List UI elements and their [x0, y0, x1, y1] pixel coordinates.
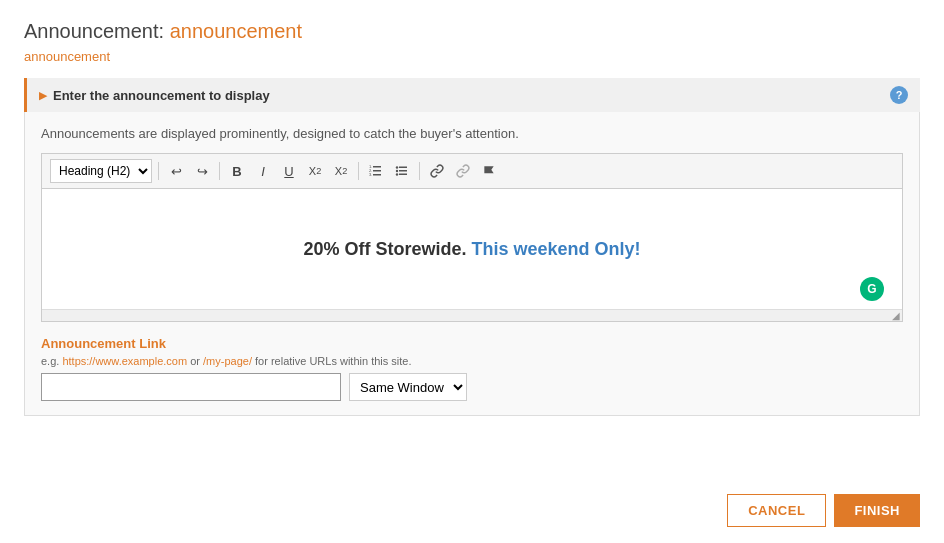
editor-toolbar: Heading (H2) Paragraph Heading (H1) Head… [42, 154, 902, 189]
breadcrumb-link[interactable]: announcement [24, 49, 110, 64]
section-body: Announcements are displayed prominently,… [24, 112, 920, 416]
svg-text:3.: 3. [369, 172, 372, 177]
svg-point-8 [396, 170, 398, 172]
undo-button[interactable]: ↩ [165, 160, 187, 182]
link-row: Same Window New Window [41, 373, 903, 401]
page-title-dynamic: announcement [170, 20, 302, 42]
link-section: Announcement Link e.g. https://www.examp… [41, 336, 903, 401]
help-icon[interactable]: ? [890, 86, 908, 104]
superscript-button[interactable]: X2 [330, 160, 352, 182]
grammarly-button[interactable]: G [860, 277, 884, 301]
editor-resize-handle[interactable]: ◢ [42, 309, 902, 321]
toolbar-divider-4 [419, 162, 420, 180]
flag-button[interactable] [478, 160, 500, 182]
remove-link-button[interactable] [452, 160, 474, 182]
svg-rect-2 [373, 174, 381, 176]
toolbar-divider-1 [158, 162, 159, 180]
svg-rect-1 [373, 170, 381, 172]
subscript-button[interactable]: X2 [304, 160, 326, 182]
svg-rect-7 [399, 167, 407, 169]
page-title: Announcement: announcement [24, 20, 920, 43]
svg-rect-11 [399, 174, 407, 176]
toolbar-divider-3 [358, 162, 359, 180]
redo-button[interactable]: ↪ [191, 160, 213, 182]
finish-button[interactable]: FINISH [834, 494, 920, 527]
editor-text: 20% Off Storewide. This weekend Only! [303, 239, 640, 260]
insert-link-button[interactable] [426, 160, 448, 182]
info-text: Announcements are displayed prominently,… [41, 126, 903, 141]
section-header: ▶ Enter the announcement to display ? [24, 78, 920, 112]
editor-text-blue: This weekend Only! [472, 239, 641, 259]
section-header-left: ▶ Enter the announcement to display [39, 88, 270, 103]
editor-container: Heading (H2) Paragraph Heading (H1) Head… [41, 153, 903, 322]
svg-point-6 [396, 166, 398, 168]
ordered-list-button[interactable]: 1. 2. 3. [365, 160, 387, 182]
page-wrapper: Announcement: announcement announcement … [0, 0, 944, 543]
underline-button[interactable]: U [278, 160, 300, 182]
resize-icon: ◢ [892, 310, 900, 321]
svg-point-10 [396, 173, 398, 175]
footer-buttons: CANCEL FINISH [727, 494, 920, 527]
link-input[interactable] [41, 373, 341, 401]
link-hint-suffix: for relative URLs within this site. [252, 355, 412, 367]
style-select[interactable]: Heading (H2) Paragraph Heading (H1) Head… [50, 159, 152, 183]
svg-rect-9 [399, 170, 407, 172]
window-select[interactable]: Same Window New Window [349, 373, 467, 401]
link-hint: e.g. https://www.example.com or /my-page… [41, 355, 903, 367]
italic-button[interactable]: I [252, 160, 274, 182]
editor-text-black: 20% Off Storewide. [303, 239, 471, 259]
bold-button[interactable]: B [226, 160, 248, 182]
link-label: Announcement Link [41, 336, 903, 351]
svg-rect-0 [373, 166, 381, 168]
toolbar-divider-2 [219, 162, 220, 180]
link-hint-middle: or [187, 355, 203, 367]
link-hint-absolute[interactable]: https://www.example.com [62, 355, 187, 367]
triangle-icon: ▶ [39, 89, 47, 102]
link-hint-relative[interactable]: /my-page/ [203, 355, 252, 367]
editor-content-wrapper: 20% Off Storewide. This weekend Only! G … [42, 189, 902, 321]
section-header-title: Enter the announcement to display [53, 88, 270, 103]
editor-content[interactable]: 20% Off Storewide. This weekend Only! G [42, 189, 902, 309]
page-title-static: Announcement: [24, 20, 170, 42]
cancel-button[interactable]: CANCEL [727, 494, 826, 527]
link-hint-prefix: e.g. [41, 355, 62, 367]
unordered-list-button[interactable] [391, 160, 413, 182]
